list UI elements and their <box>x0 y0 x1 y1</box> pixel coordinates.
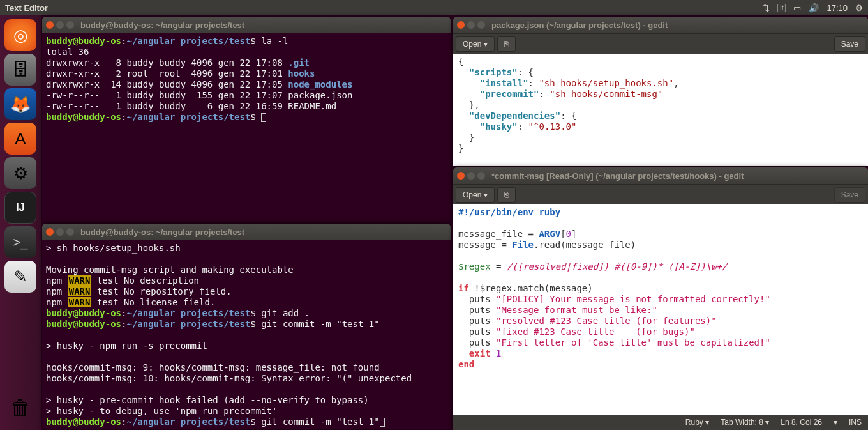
status-cursor-pos: Ln 8, Col 26 <box>781 418 822 427</box>
network-icon[interactable]: ⇅ <box>763 3 770 13</box>
close-icon[interactable] <box>457 172 465 180</box>
maximize-icon[interactable] <box>477 21 485 29</box>
battery-icon[interactable]: ▭ <box>793 3 801 13</box>
gedit-toolbar: Open ▾ ⎘ Save <box>453 184 868 204</box>
launcher-terminal[interactable]: >_ <box>4 226 36 258</box>
open-button[interactable]: Open ▾ <box>456 36 495 52</box>
close-icon[interactable] <box>457 21 465 29</box>
window-title: package.json (~/angular projects/test) -… <box>491 20 668 30</box>
minimize-icon[interactable] <box>56 21 64 29</box>
launcher-text-editor[interactable]: ✎ <box>4 261 36 293</box>
save-button[interactable]: Save <box>834 187 865 203</box>
minimize-icon[interactable] <box>56 228 64 236</box>
maximize-icon[interactable] <box>66 228 74 236</box>
status-language[interactable]: Ruby ▾ <box>685 418 709 427</box>
minimize-icon[interactable] <box>467 172 475 180</box>
system-menubar: Text Editor ⇅ It ▭ 🔊 17:10 ⚙ <box>0 0 868 15</box>
window-title: *commit-msg [Read-Only] (~/angular proje… <box>491 171 744 181</box>
close-icon[interactable] <box>46 228 54 236</box>
chevron-down-icon: ▾ <box>484 40 488 49</box>
window-titlebar[interactable]: buddy@buddy-os: ~/angular projects/test <box>42 17 451 33</box>
launcher-settings[interactable]: ⚙ <box>4 157 36 189</box>
gedit-statusbar: Ruby ▾ Tab Width: 8 ▾ Ln 8, Col 26 ▾ INS <box>453 415 868 430</box>
launcher: ◎ 🗄 🦊 A ⚙ IJ >_ ✎ 🗑 <box>0 15 41 430</box>
chevron-down-icon: ▾ <box>484 190 488 199</box>
launcher-trash[interactable]: 🗑 <box>4 392 36 424</box>
new-tab-button[interactable]: ⎘ <box>497 187 516 203</box>
sound-icon[interactable]: 🔊 <box>809 3 819 13</box>
maximize-icon[interactable] <box>66 21 74 29</box>
launcher-dash[interactable]: ◎ <box>4 19 36 51</box>
launcher-software[interactable]: A <box>4 123 36 155</box>
gear-icon[interactable]: ⚙ <box>855 3 863 13</box>
status-tab-width[interactable]: Tab Width: 8 ▾ <box>721 418 769 427</box>
launcher-intellij[interactable]: IJ <box>4 192 36 224</box>
window-title: buddy@buddy-os: ~/angular projects/test <box>80 20 244 30</box>
gedit-toolbar: Open ▾ ⎘ Save <box>453 33 868 54</box>
launcher-files[interactable]: 🗄 <box>4 54 36 86</box>
status-insert-mode: INS <box>849 418 862 427</box>
clock[interactable]: 17:10 <box>827 3 848 13</box>
minimize-icon[interactable] <box>467 21 475 29</box>
editor-content[interactable]: #!/usr/bin/env ruby message_file = ARGV[… <box>453 204 868 415</box>
window-titlebar[interactable]: buddy@buddy-os: ~/angular projects/test <box>42 224 451 240</box>
status-dropdown[interactable]: ▾ <box>834 418 837 427</box>
menubar-title: Text Editor <box>5 3 763 13</box>
launcher-firefox[interactable]: 🦊 <box>4 88 36 120</box>
close-icon[interactable] <box>46 21 54 29</box>
system-indicators: ⇅ It ▭ 🔊 17:10 ⚙ <box>763 3 863 13</box>
terminal-output[interactable]: buddy@buddy-os:~/angular projects/test$ … <box>42 33 451 222</box>
terminal-window-1: buddy@buddy-os: ~/angular projects/test … <box>42 17 451 222</box>
open-button[interactable]: Open ▾ <box>456 187 495 203</box>
window-title: buddy@buddy-os: ~/angular projects/test <box>80 227 244 237</box>
terminal-output[interactable]: > sh hooks/setup_hooks.sh Moving commit-… <box>42 240 451 429</box>
window-titlebar[interactable]: *commit-msg [Read-Only] (~/angular proje… <box>453 167 868 184</box>
new-tab-button[interactable]: ⎘ <box>497 36 516 52</box>
maximize-icon[interactable] <box>477 172 485 180</box>
gedit-window-package: package.json (~/angular projects/test) -… <box>453 17 868 166</box>
terminal-window-2: buddy@buddy-os: ~/angular projects/test … <box>42 224 451 429</box>
keyboard-indicator[interactable]: It <box>777 4 786 12</box>
editor-content[interactable]: { "scripts": { "install": "sh hooks/setu… <box>453 54 868 166</box>
gedit-window-commit-msg: *commit-msg [Read-Only] (~/angular proje… <box>453 167 868 430</box>
window-titlebar[interactable]: package.json (~/angular projects/test) -… <box>453 17 868 33</box>
save-button[interactable]: Save <box>834 36 865 52</box>
